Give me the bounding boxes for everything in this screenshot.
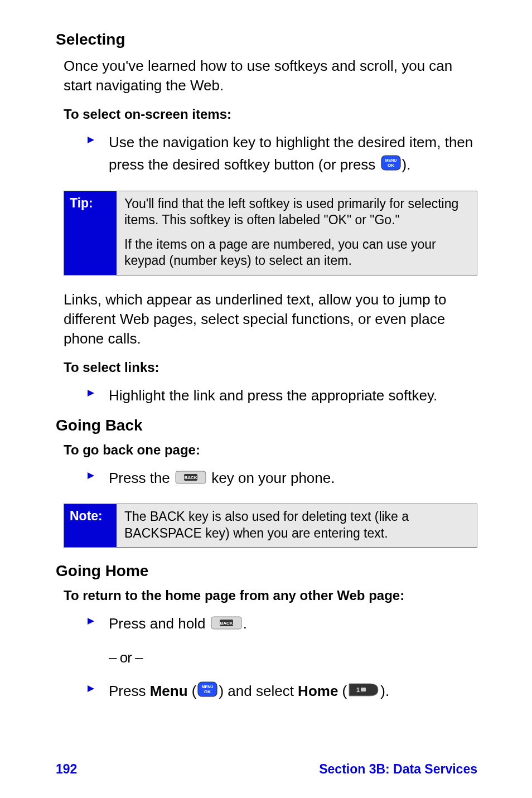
page-footer: 192 Section 3B: Data Services (56, 762, 477, 777)
going-back-subhead: To go back one page: (64, 442, 477, 458)
selecting-bullet: Use the navigation key to highlight the … (86, 131, 477, 177)
svg-text:BACK: BACK (220, 621, 233, 626)
svg-marker-13 (88, 685, 94, 692)
going-back-heading: Going Back (56, 417, 477, 434)
links-subhead: To select links: (64, 360, 477, 375)
svg-text:MENU: MENU (202, 685, 214, 689)
b2-pre: Press (109, 683, 150, 699)
links-para: Links, which appear as underlined text, … (64, 290, 477, 349)
b2-open2: ( (338, 683, 347, 699)
going-home-heading: Going Home (56, 562, 477, 580)
back-key-icon: BACK (175, 468, 206, 490)
svg-marker-0 (88, 137, 94, 143)
bullet-arrow-icon (86, 617, 95, 628)
bullet-arrow-icon (86, 471, 95, 482)
b2-home: Home (298, 683, 338, 699)
home-bullet1-text: Press and hold BACK . (109, 612, 477, 636)
home-bullet1-post: . (243, 615, 247, 632)
bullet-arrow-icon (86, 136, 95, 147)
bullet-arrow-icon (86, 684, 95, 695)
note-body: The BACK key is also used for deleting t… (117, 504, 477, 547)
selecting-heading: Selecting (56, 31, 477, 49)
svg-marker-4 (88, 390, 94, 396)
b2-open: ( (188, 683, 197, 699)
tip-body: You'll find that the left softkey is use… (117, 191, 477, 275)
back-bullet: Press the BACK key on your phone. (86, 467, 477, 490)
svg-rect-18 (361, 688, 366, 691)
home-bullet1-pre: Press and hold (109, 615, 210, 632)
tip-callout: Tip: You'll find that the left softkey i… (64, 191, 477, 275)
svg-text:OK: OK (388, 163, 394, 168)
back-bullet-pre: Press the (109, 470, 174, 486)
back-bullet-text: Press the BACK key on your phone. (109, 467, 477, 490)
or-separator: – or – (109, 649, 477, 666)
tip-p2: If the items on a page are numbered, you… (124, 236, 469, 269)
section-label: Section 3B: Data Services (319, 762, 477, 777)
svg-marker-5 (88, 472, 94, 479)
svg-text:MENU: MENU (385, 158, 396, 162)
links-bullet-text: Highlight the link and press the appropr… (109, 384, 477, 407)
menu-ok-key-icon: MENU OK (197, 681, 217, 703)
selecting-bullet-pre: Use the navigation key to highlight the … (109, 134, 473, 173)
svg-marker-9 (88, 618, 94, 625)
b2-menu: Menu (150, 683, 188, 699)
svg-text:BACK: BACK (185, 475, 197, 480)
svg-text:OK: OK (204, 689, 211, 694)
b2-post: ). (380, 683, 389, 699)
going-home-subhead: To return to the home page from any othe… (64, 588, 477, 603)
page-number: 192 (56, 762, 77, 777)
note-label: Note: (64, 504, 117, 547)
menu-ok-key-icon: MENU OK (381, 154, 401, 177)
svg-text:1: 1 (356, 686, 360, 693)
back-key-icon: BACK (211, 613, 242, 636)
selecting-subhead: To select on-screen items: (64, 107, 477, 122)
selecting-bullet-text: Use the navigation key to highlight the … (109, 131, 477, 177)
selecting-bullet-post: ). (402, 156, 411, 173)
home-key-icon: 1 (348, 681, 379, 703)
b2-mid: ) and select (219, 683, 298, 699)
tip-p1: You'll find that the left softkey is use… (124, 196, 469, 229)
note-callout: Note: The BACK key is also used for dele… (64, 504, 477, 548)
home-bullet-1: Press and hold BACK . (86, 612, 477, 636)
selecting-intro: Once you've learned how to use softkeys … (64, 56, 477, 95)
note-body-text: The BACK key is also used for deleting t… (124, 509, 469, 541)
home-bullet-2: Press Menu ( MENU OK ) and select Home (… (86, 680, 477, 703)
back-bullet-post: key on your phone. (211, 470, 335, 486)
links-bullet: Highlight the link and press the appropr… (86, 384, 477, 407)
tip-label: Tip: (64, 191, 117, 275)
bullet-arrow-icon (86, 389, 95, 400)
home-bullet2-text: Press Menu ( MENU OK ) and select Home (… (109, 680, 477, 703)
